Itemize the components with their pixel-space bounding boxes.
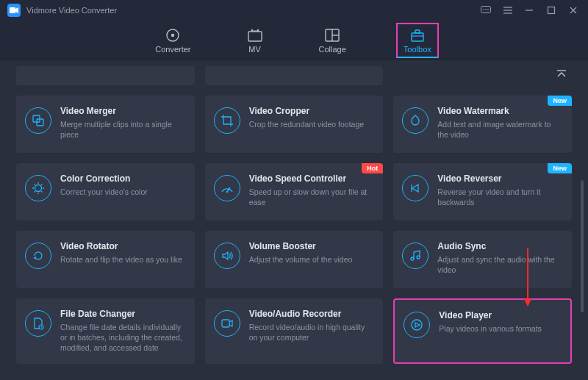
card-desc: Adjust and sync the audio with the video	[437, 254, 562, 275]
recorder-icon	[214, 310, 240, 337]
card-desc: Record video/audio in high quality on yo…	[249, 322, 373, 343]
card-color-correction[interactable]: Color Correction Correct your video's co…	[16, 163, 195, 221]
menu-icon[interactable]	[503, 6, 514, 15]
svg-line-33	[41, 184, 43, 186]
card-desc: Rotate and flip the video as you like	[60, 254, 184, 265]
card-partial[interactable]	[205, 66, 384, 85]
svg-point-36	[226, 191, 228, 193]
volume-icon	[214, 243, 240, 269]
card-video-cropper[interactable]: Video Cropper Crop the redundant video f…	[205, 96, 384, 153]
card-volume-booster[interactable]: Volume Booster Adjust the volume of the …	[205, 231, 384, 288]
tab-label: Collage	[319, 45, 346, 54]
cropper-icon	[214, 107, 240, 134]
card-desc: Correct your video's color	[60, 187, 184, 197]
feedback-icon[interactable]	[481, 6, 492, 15]
tab-label: MV	[248, 45, 261, 54]
card-title: Video Speed Controller	[249, 173, 373, 184]
scrollbar[interactable]	[581, 180, 584, 312]
titlebar: Vidmore Video Converter	[0, 0, 588, 21]
rotator-icon	[25, 243, 51, 269]
card-desc: Change file date details individually or…	[60, 322, 184, 354]
merger-icon	[25, 107, 51, 134]
svg-line-32	[41, 191, 43, 193]
svg-point-3	[485, 9, 487, 10]
card-title: Color Correction	[60, 173, 184, 184]
card-title: Video Watermark	[437, 106, 562, 116]
card-video-audio-recorder[interactable]: Video/Audio Recorder Record video/audio …	[205, 298, 384, 364]
annotation-arrow	[527, 248, 528, 306]
card-desc: Add text and image watermark to the vide…	[437, 119, 562, 140]
filedate-icon	[25, 310, 51, 337]
card-video-merger[interactable]: Video Merger Merge multiple clips into a…	[16, 96, 195, 153]
card-desc: Adjust the volume of the video	[249, 254, 373, 265]
close-button[interactable]	[569, 6, 581, 15]
card-title: File Date Changer	[60, 309, 184, 319]
color-icon	[25, 175, 51, 201]
tab-collage[interactable]: Collage	[313, 24, 352, 57]
svg-rect-0	[10, 7, 15, 13]
card-video-watermark[interactable]: New Video Watermark Add text and image w…	[393, 96, 572, 153]
svg-rect-21	[415, 30, 420, 33]
toolbox-icon	[409, 27, 426, 43]
card-desc: Crop the redundant video footage	[249, 119, 373, 129]
card-title: Audio Sync	[437, 241, 562, 251]
toolbox-content: Video Merger Merge multiple clips into a…	[0, 60, 588, 380]
svg-rect-20	[412, 33, 423, 41]
card-desc: Merge multiple clips into a single piece	[60, 119, 184, 140]
card-title: Video Player	[439, 310, 560, 320]
tab-mv[interactable]: MV	[241, 24, 269, 57]
svg-line-34	[35, 191, 36, 193]
card-desc: Play videos in various formats	[439, 323, 560, 334]
card-video-reverser[interactable]: New Video Reverser Reverse your video an…	[393, 163, 572, 221]
svg-rect-14	[248, 32, 262, 41]
speed-icon	[214, 175, 240, 201]
card-title: Video Rotator	[60, 241, 184, 251]
badge-hot: Hot	[362, 163, 383, 173]
audiosync-icon	[402, 243, 429, 269]
card-video-speed-controller[interactable]: Hot Video Speed Controller Speed up or s…	[205, 163, 384, 221]
card-partial[interactable]	[16, 66, 195, 85]
svg-point-26	[35, 185, 42, 192]
card-audio-sync[interactable]: Audio Sync Adjust and sync the audio wit…	[393, 231, 572, 288]
svg-rect-9	[548, 7, 555, 14]
main-tabs: Converter MV Collage Toolbox	[0, 21, 588, 60]
svg-point-2	[483, 9, 484, 10]
collage-icon	[324, 27, 340, 43]
converter-icon	[165, 27, 181, 43]
svg-line-31	[35, 184, 36, 186]
card-file-date-changer[interactable]: File Date Changer Change file date detai…	[16, 298, 195, 364]
card-title: Video/Audio Recorder	[249, 309, 373, 319]
card-title: Video Reverser	[437, 173, 562, 184]
badge-new: New	[548, 96, 572, 106]
card-title: Video Cropper	[249, 106, 373, 116]
minimize-button[interactable]	[525, 6, 537, 15]
card-video-player[interactable]: Video Player Play videos in various form…	[393, 298, 572, 364]
card-title: Volume Booster	[249, 241, 373, 251]
reverser-icon	[402, 175, 429, 201]
card-desc: Reverse your video and turn it backwards	[437, 187, 562, 207]
app-title: Vidmore Video Converter	[26, 6, 117, 15]
player-icon	[404, 312, 430, 338]
tab-label: Converter	[155, 45, 190, 54]
tab-toolbox[interactable]: Toolbox	[396, 23, 439, 58]
tab-label: Toolbox	[404, 45, 431, 54]
svg-point-4	[487, 9, 489, 10]
maximize-button[interactable]	[547, 6, 559, 15]
app-logo-icon	[7, 4, 21, 17]
card-desc: Speed up or slow down your file at ease	[249, 187, 373, 207]
svg-rect-41	[222, 320, 229, 327]
watermark-icon	[402, 107, 429, 134]
badge-new: New	[548, 163, 572, 173]
tab-converter[interactable]: Converter	[149, 24, 196, 57]
card-title: Video Merger	[60, 106, 184, 116]
card-video-rotator[interactable]: Video Rotator Rotate and flip the video …	[16, 231, 195, 288]
svg-point-13	[171, 33, 174, 36]
mv-icon	[247, 27, 263, 43]
